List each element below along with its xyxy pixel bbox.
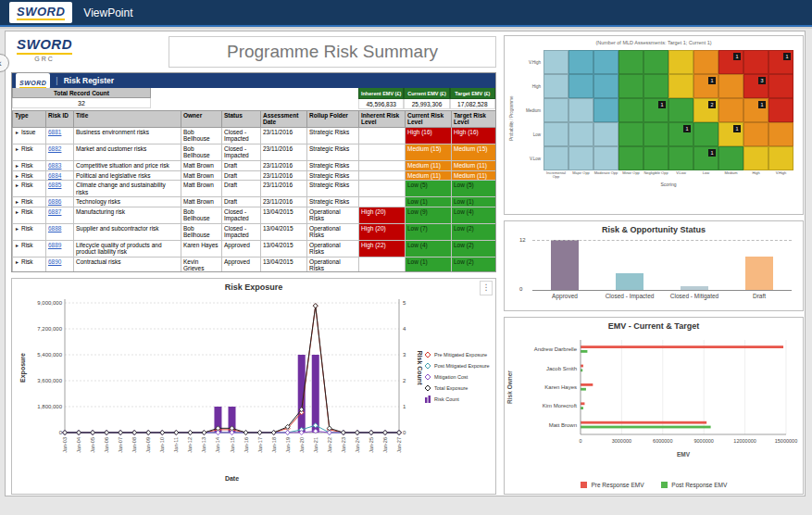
data-point-marker[interactable] bbox=[257, 431, 262, 435]
table-row[interactable]: ►Risk6889Lifecycle quality of products a… bbox=[13, 240, 496, 257]
heatmap-cell[interactable] bbox=[668, 50, 693, 74]
column-header-assessment-date[interactable]: Assessment Date bbox=[261, 111, 307, 128]
table-row[interactable]: ►Risk6887Manufacturing riskBob Bellhouse… bbox=[13, 207, 496, 224]
table-row[interactable]: ►Issue6881Business environment risksBob … bbox=[13, 127, 496, 144]
status-bar[interactable] bbox=[745, 257, 773, 290]
column-header-status[interactable]: Status bbox=[222, 111, 261, 128]
row-expand-icon[interactable]: ► bbox=[15, 163, 19, 169]
pre-response-emv-bar[interactable] bbox=[581, 402, 584, 405]
legend-label[interactable]: Risk Count bbox=[434, 396, 459, 402]
table-row[interactable]: ►Risk6886Technology risksMatt BrownDraft… bbox=[13, 197, 496, 207]
heatmap-cell[interactable] bbox=[618, 122, 643, 146]
pre-response-emv-bar[interactable] bbox=[581, 421, 706, 424]
row-expand-icon[interactable]: ► bbox=[15, 130, 19, 135]
heatmap-cell[interactable] bbox=[668, 98, 693, 122]
heatmap-cell[interactable] bbox=[693, 122, 718, 146]
risk-id-link[interactable]: 6887 bbox=[48, 208, 61, 215]
heatmap-cell[interactable]: 1 bbox=[718, 122, 743, 146]
data-point-marker[interactable] bbox=[91, 431, 95, 435]
emv-legend-item-post[interactable]: Post Response EMV bbox=[661, 482, 728, 488]
heatmap-cell[interactable] bbox=[718, 146, 743, 170]
legend-label[interactable]: Pre Mitigated Exposure bbox=[434, 352, 487, 358]
data-point-marker[interactable] bbox=[271, 431, 276, 435]
heatmap-cell[interactable] bbox=[618, 50, 643, 74]
risk-id-link[interactable]: 6889 bbox=[48, 242, 61, 248]
status-bar[interactable] bbox=[616, 273, 643, 290]
heatmap-cell[interactable] bbox=[618, 74, 643, 98]
heatmap-cell[interactable] bbox=[743, 146, 768, 170]
heatmap-cell[interactable] bbox=[568, 50, 593, 74]
pre-response-emv-bar[interactable] bbox=[581, 365, 583, 368]
emv-legend-item-pre[interactable]: Pre Response EMV bbox=[581, 482, 644, 488]
data-point-marker[interactable] bbox=[77, 431, 81, 435]
heatmap-cell[interactable] bbox=[543, 122, 568, 146]
heatmap-cell[interactable] bbox=[643, 74, 668, 98]
post-response-emv-bar[interactable] bbox=[581, 350, 587, 353]
column-header-type[interactable]: Type bbox=[13, 111, 46, 128]
heatmap-cell[interactable] bbox=[643, 122, 668, 146]
data-point-marker[interactable] bbox=[63, 431, 68, 435]
pre-response-emv-bar[interactable] bbox=[581, 345, 783, 348]
risk-id-link[interactable]: 6885 bbox=[48, 182, 61, 188]
row-expand-icon[interactable]: ► bbox=[15, 146, 19, 152]
heatmap-cell[interactable]: 3 bbox=[743, 74, 768, 98]
row-expand-icon[interactable]: ► bbox=[15, 209, 19, 215]
column-header-risk-id[interactable]: Risk ID bbox=[46, 111, 74, 128]
heatmap-cell[interactable] bbox=[768, 74, 793, 98]
panel-menu-icon[interactable]: ⋮ bbox=[480, 281, 493, 295]
risk-id-link[interactable]: 6888 bbox=[48, 225, 61, 232]
heatmap-cell[interactable] bbox=[593, 74, 618, 98]
legend-label[interactable]: Post Mitigated Exposure bbox=[434, 363, 490, 369]
column-header-target-risk-level[interactable]: Target Risk Level bbox=[452, 111, 496, 128]
table-row[interactable]: ►Risk6883Competitive situation and price… bbox=[13, 160, 496, 170]
heatmap-cell[interactable] bbox=[568, 146, 593, 170]
heatmap-cell[interactable] bbox=[768, 98, 793, 122]
heatmap-cell[interactable] bbox=[543, 146, 568, 170]
risk-count-bar[interactable] bbox=[312, 355, 319, 433]
column-header-title[interactable]: Title bbox=[74, 111, 181, 128]
risk-id-link[interactable]: 6884 bbox=[48, 172, 61, 179]
data-point-marker[interactable] bbox=[244, 431, 248, 435]
row-expand-icon[interactable]: ► bbox=[15, 173, 19, 179]
data-point-marker[interactable] bbox=[313, 304, 318, 308]
row-expand-icon[interactable]: ► bbox=[15, 199, 19, 205]
heatmap-cell[interactable] bbox=[743, 50, 768, 74]
data-point-marker[interactable] bbox=[132, 431, 137, 435]
heatmap-cell[interactable] bbox=[543, 50, 568, 74]
table-row[interactable]: ►Risk6888Supplier and subcontractor risk… bbox=[13, 223, 496, 240]
heatmap-cell[interactable] bbox=[768, 122, 793, 146]
heatmap-cell[interactable] bbox=[543, 74, 568, 98]
table-row[interactable]: ►Risk6885Climate change and sustainabili… bbox=[13, 181, 496, 197]
post-response-emv-bar[interactable] bbox=[581, 407, 583, 409]
column-header-owner[interactable]: Owner bbox=[181, 111, 222, 128]
heatmap-cell[interactable] bbox=[593, 146, 618, 170]
heatmap-cell[interactable]: 1 bbox=[693, 146, 718, 170]
post-response-emv-bar[interactable] bbox=[581, 388, 586, 391]
heatmap-cell[interactable] bbox=[618, 98, 643, 122]
table-row[interactable]: ►Risk6882Market and customer risksBob Be… bbox=[13, 144, 496, 160]
legend-label[interactable]: Mitigation Cost bbox=[434, 374, 468, 380]
heatmap-cell[interactable]: 1 bbox=[718, 50, 743, 74]
row-expand-icon[interactable]: ► bbox=[15, 243, 19, 248]
risk-id-link[interactable]: 6890 bbox=[48, 258, 61, 265]
heatmap-cell[interactable]: 2 bbox=[693, 98, 718, 122]
heatmap-cell[interactable] bbox=[643, 146, 668, 170]
risk-id-link[interactable]: 6883 bbox=[48, 162, 61, 169]
post-response-emv-bar[interactable] bbox=[581, 426, 711, 429]
data-point-marker[interactable] bbox=[174, 431, 179, 435]
risk-id-link[interactable]: 6881 bbox=[48, 129, 61, 135]
pre-response-emv-bar[interactable] bbox=[581, 383, 593, 386]
heatmap-cell[interactable]: 1 bbox=[668, 122, 693, 146]
risk-id-link[interactable]: 6882 bbox=[48, 145, 61, 152]
data-point-marker[interactable] bbox=[160, 431, 165, 435]
heatmap-cell[interactable] bbox=[568, 98, 593, 122]
data-point-marker[interactable] bbox=[355, 431, 359, 435]
heatmap-cell[interactable] bbox=[718, 98, 743, 122]
data-point-marker[interactable] bbox=[369, 431, 373, 435]
risk-id-link[interactable]: 6886 bbox=[48, 198, 61, 205]
heatmap-cell[interactable]: 1 bbox=[743, 98, 768, 122]
data-point-marker[interactable] bbox=[285, 431, 290, 435]
heatmap-cell[interactable]: 1 bbox=[768, 50, 793, 74]
column-header-current-risk-level[interactable]: Current Risk Level bbox=[406, 111, 452, 128]
heatmap-cell[interactable] bbox=[768, 146, 793, 170]
